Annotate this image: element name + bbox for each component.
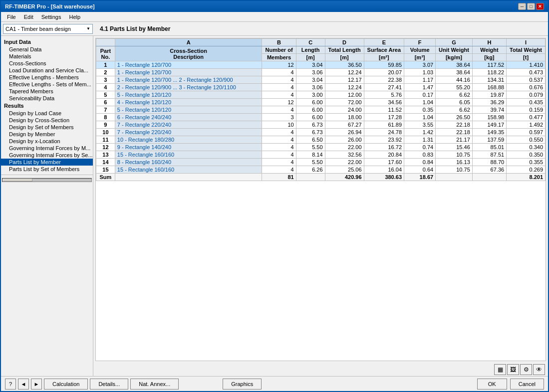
cancel-button[interactable]: Cancel — [510, 379, 544, 390]
table-row[interactable]: 3 1 - Rectangle 120/700 ... 2 - Rectangl… — [96, 76, 546, 84]
cell-total-weight: 0.355 — [507, 159, 546, 166]
table-row[interactable]: 7 5 - Rectangle 120/120 4 6.00 24.00 11.… — [96, 106, 546, 114]
sidebar-item-design-x-location[interactable]: Design by x-Location — [1, 138, 93, 145]
header-length-row1: Length — [296, 46, 325, 54]
table-row[interactable]: 10 7 - Rectangle 220/240 4 6.73 26.94 24… — [96, 129, 546, 136]
cell-description: 4 - Rectangle 120/120 — [115, 99, 262, 106]
menu-settings[interactable]: Settings — [37, 13, 65, 21]
sidebar-item-eff-lengths-members[interactable]: Effective Lengths - Members — [1, 74, 93, 81]
cell-volume: 1.47 — [404, 84, 436, 91]
settings-icon[interactable]: ⚙ — [520, 364, 532, 375]
maximize-button[interactable]: □ — [527, 3, 535, 10]
sidebar-item-gov-internal-m[interactable]: Governing Internal Forces by M... — [1, 145, 93, 152]
image-view-icon[interactable]: 🖼 — [507, 364, 519, 375]
calculation-button[interactable]: Calculation — [44, 379, 88, 390]
cell-weight: 85.01 — [472, 144, 506, 151]
sidebar-results-header: Results — [1, 102, 93, 110]
minimize-button[interactable]: ─ — [518, 3, 526, 10]
cell-total-length: 12.17 — [325, 76, 364, 84]
cell-length: 6.26 — [296, 166, 325, 174]
cell-description: 10 - Rectangle 180/280 — [115, 136, 262, 144]
next-button[interactable]: ► — [31, 379, 42, 390]
sidebar-item-load-duration[interactable]: Load Duration and Service Cla... — [1, 67, 93, 74]
case-dropdown[interactable]: CA1 - Timber beam design ▼ — [3, 24, 93, 34]
table-row[interactable]: 2 1 - Rectangle 120/700 4 3.06 12.24 20.… — [96, 69, 546, 76]
cell-unit-weight: 38.64 — [436, 69, 473, 76]
sidebar-item-materials[interactable]: Materials — [1, 53, 93, 60]
details-button[interactable]: Details... — [90, 379, 128, 390]
sidebar-item-gov-internal-s[interactable]: Governing Internal Forces by Se... — [1, 152, 93, 159]
cell-weight: 88.70 — [472, 159, 506, 166]
table-row[interactable]: 9 7 - Rectangle 220/240 10 6.73 67.27 61… — [96, 121, 546, 129]
sidebar-item-serviceability[interactable]: Serviceability Data — [1, 95, 93, 102]
cell-unit-weight: 55.20 — [436, 84, 473, 91]
sidebar-item-design-cross-section[interactable]: Design by Cross-Section — [1, 117, 93, 124]
cell-part-no: 6 — [96, 99, 115, 106]
table-row[interactable]: 8 6 - Rectangle 240/240 3 6.00 18.00 17.… — [96, 114, 546, 121]
cell-total-weight: 0.477 — [507, 114, 546, 121]
cell-unit-weight: 6.62 — [436, 91, 473, 99]
cell-sum-label: Sum — [96, 174, 115, 181]
table-row[interactable]: 4 2 - Rectangle 120/900 ... 3 - Rectangl… — [96, 84, 546, 91]
cell-members: 4 — [262, 69, 296, 76]
menu-help[interactable]: Help — [65, 13, 84, 21]
cell-surface: 16.72 — [364, 144, 404, 151]
cell-members: 12 — [262, 99, 296, 106]
table-row[interactable]: 1 1 - Rectangle 120/700 12 3.04 36.50 59… — [96, 61, 546, 69]
parts-table: A B C D E F G H I Part — [96, 38, 546, 181]
cell-description: 1 - Rectangle 120/700 — [115, 69, 262, 76]
menu-edit[interactable]: Edit — [20, 13, 37, 21]
table-row[interactable]: 6 4 - Rectangle 120/120 12 6.00 72.00 34… — [96, 99, 546, 106]
sidebar-item-design-set-members[interactable]: Design by Set of Members — [1, 124, 93, 131]
sidebar-item-design-load-case[interactable]: Design by Load Case — [1, 110, 93, 117]
window-title: RF-TIMBER Pro - [Salt warehouse] — [5, 3, 95, 9]
cell-part-no: 9 — [96, 121, 115, 129]
cell-part-no: 5 — [96, 91, 115, 99]
col-g-header: G — [436, 39, 473, 46]
cell-weight: 149.35 — [472, 129, 506, 136]
cell-unit-weight: 22.18 — [436, 121, 473, 129]
sidebar-item-design-member[interactable]: Design by Member — [1, 131, 93, 138]
cell-sum-unit-weight — [436, 174, 473, 181]
eye-icon[interactable]: 👁 — [533, 364, 545, 375]
header-length-row2: [m] — [296, 54, 325, 61]
table-row[interactable]: 13 15 - Rectangle 160/160 4 8.14 32.56 2… — [96, 151, 546, 159]
table-row[interactable]: 15 15 - Rectangle 160/160 4 6.26 25.06 1… — [96, 166, 546, 174]
sidebar-item-eff-lengths-sets[interactable]: Effective Lengths - Sets of Mem... — [1, 81, 93, 88]
cell-surface: 17.28 — [364, 114, 404, 121]
table-row[interactable]: 5 5 - Rectangle 120/120 4 3.00 12.00 5.7… — [96, 91, 546, 99]
cell-volume: 1.04 — [404, 114, 436, 121]
table-row[interactable]: 12 9 - Rectangle 140/240 4 5.50 22.00 16… — [96, 144, 546, 151]
cell-total-weight: 0.435 — [507, 99, 546, 106]
cell-unit-weight: 15.46 — [436, 144, 473, 151]
cell-length: 6.00 — [296, 106, 325, 114]
cell-surface: 17.60 — [364, 159, 404, 166]
cell-total-weight: 0.159 — [507, 106, 546, 114]
help-button[interactable]: ? — [5, 379, 16, 390]
sidebar-item-parts-list-set[interactable]: Parts List by Set of Members — [1, 166, 93, 173]
sidebar-item-general-data[interactable]: General Data — [1, 46, 93, 53]
sidebar-item-cross-sections[interactable]: Cross-Sections — [1, 60, 93, 67]
close-button[interactable]: ✕ — [536, 3, 544, 10]
parts-table-container[interactable]: A B C D E F G H I Part — [95, 38, 546, 361]
sidebar-item-parts-list-member[interactable]: Parts List by Member — [1, 159, 93, 166]
bottom-icon-bar: ▦ 🖼 ⚙ 👁 — [93, 363, 548, 376]
ok-button[interactable]: OK — [477, 379, 507, 390]
cell-weight: 19.87 — [472, 91, 506, 99]
cell-total-length: 26.00 — [325, 136, 364, 144]
cell-surface: 11.52 — [364, 106, 404, 114]
sum-row: Sum 81 420.96 380.63 18.67 8.201 — [96, 174, 546, 181]
cell-description: 6 - Rectangle 240/240 — [115, 114, 262, 121]
menu-file[interactable]: File — [3, 13, 20, 21]
sidebar-item-tapered-members[interactable]: Tapered Members — [1, 88, 93, 95]
nat-annex-button[interactable]: Nat. Annex... — [130, 379, 179, 390]
graphics-button[interactable]: Graphics — [223, 379, 262, 390]
table-view-icon[interactable]: ▦ — [494, 364, 506, 375]
col-d-header: D — [325, 39, 364, 46]
table-row[interactable]: 14 8 - Rectangle 160/240 4 5.50 22.00 17… — [96, 159, 546, 166]
col-empty — [96, 39, 115, 46]
cell-length: 3.06 — [296, 84, 325, 91]
table-row[interactable]: 11 10 - Rectangle 180/280 4 6.50 26.00 2… — [96, 136, 546, 144]
prev-button[interactable]: ◄ — [18, 379, 29, 390]
cell-volume: 1.03 — [404, 69, 436, 76]
